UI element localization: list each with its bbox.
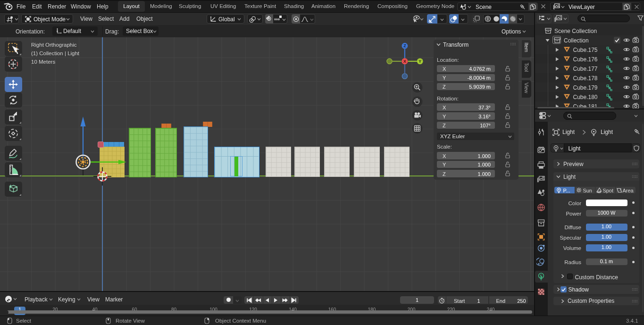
- svg-text:Z: Z: [403, 43, 406, 48]
- svg-text:Y: Y: [418, 59, 421, 64]
- svg-text:X: X: [403, 59, 406, 64]
